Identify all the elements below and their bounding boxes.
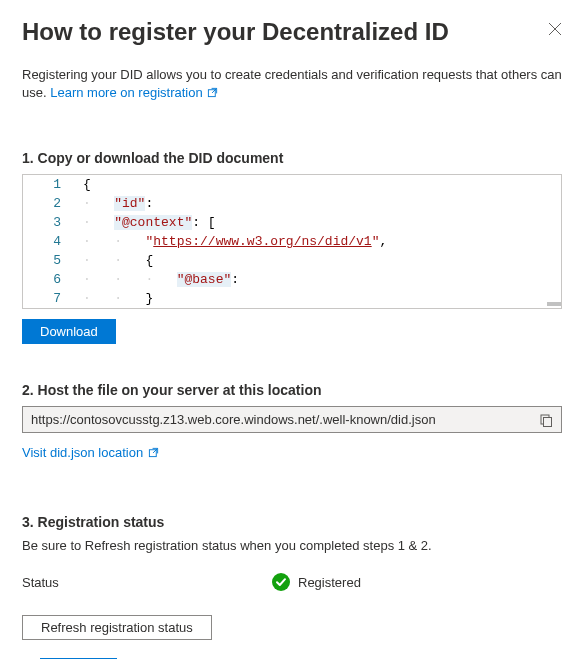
svg-rect-5 (544, 417, 552, 426)
url-text: https://contosovcusstg.z13.web.core.wind… (31, 412, 539, 427)
close-icon[interactable] (548, 22, 562, 36)
svg-point-8 (272, 573, 290, 591)
refresh-status-button[interactable]: Refresh registration status (22, 615, 212, 640)
dialog-title: How to register your Decentralized ID (22, 18, 449, 46)
svg-line-7 (153, 449, 158, 454)
learn-more-link[interactable]: Learn more on registration (50, 85, 218, 100)
svg-line-3 (212, 89, 217, 94)
check-circle-icon (272, 573, 290, 591)
code-line: 2· "id": (23, 194, 561, 213)
code-line: 1{ (23, 175, 561, 194)
step3-hint: Be sure to Refresh registration status w… (22, 538, 562, 553)
code-line: 5· · { (23, 251, 561, 270)
did-document-code[interactable]: 1{2· "id":3· "@context": [4· · "https://… (22, 174, 562, 309)
step3-heading: 3. Registration status (22, 514, 562, 530)
scrollbar-thumb[interactable] (547, 302, 561, 306)
step1-heading: 1. Copy or download the DID document (22, 150, 562, 166)
url-field: https://contosovcusstg.z13.web.core.wind… (22, 406, 562, 433)
external-link-icon (207, 87, 218, 98)
code-line: 4· · "https://www.w3.org/ns/did/v1", (23, 232, 561, 251)
external-link-icon (148, 447, 159, 458)
download-button[interactable]: Download (22, 319, 116, 344)
code-line: 7· · } (23, 289, 561, 308)
copy-icon[interactable] (539, 413, 553, 427)
visit-didjson-link[interactable]: Visit did.json location (22, 445, 159, 460)
code-line: 6· · · "@base": (23, 270, 561, 289)
intro-paragraph: Registering your DID allows you to creat… (22, 66, 562, 102)
step2-heading: 2. Host the file on your server at this … (22, 382, 562, 398)
status-label: Status (22, 575, 272, 590)
code-line: 3· "@context": [ (23, 213, 561, 232)
status-value: Registered (298, 575, 361, 590)
